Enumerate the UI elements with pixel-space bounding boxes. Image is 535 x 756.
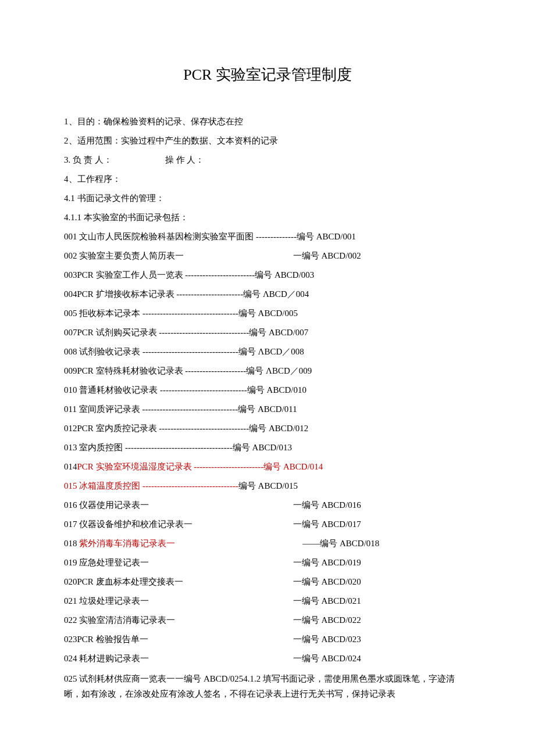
item-001: 001 文山市人民医院检验科基因检测实验室平面图 --------------编… [64, 227, 471, 246]
item-008: 008 试剂验收记录表 ----------------------------… [64, 342, 471, 361]
item-018: 018 紫外消毒车消毒记录表一——编号 ABCD/018 [64, 534, 471, 553]
item-018-text: 紫外消毒车消毒记录表一 [79, 534, 302, 553]
item-015-text: 015 冰箱温度质控图 ----------------------------… [64, 481, 238, 490]
item-017-code: 一编号 ABCD/017 [293, 519, 361, 529]
item-024-label: 024 耗材进购记录表一 [64, 649, 291, 668]
item-004: 004PCR 扩增接收标本记录表 -----------------------… [64, 285, 471, 304]
item-019-code: 一编号 ABCD/019 [293, 558, 361, 567]
item-011: 011 室间质评记录表 ----------------------------… [64, 400, 471, 419]
item-020-label: 020PCR 废血标本处理交接表一 [64, 572, 291, 592]
item-024: 024 耗材进购记录表一 一编号 ABCD/024 [64, 649, 471, 668]
item-020: 020PCR 废血标本处理交接表一 一编号 ABCD/020 [64, 572, 471, 592]
operator-label: 操 作 人： [165, 155, 205, 164]
item-002: 002 实验室主要负责人简历表一 一编号 ABCD/002 [64, 246, 471, 266]
section-1: 1、目的：确保检验资料的记录、保存状态在控 [64, 112, 471, 131]
item-019-label: 019 应急处理登记表一 [64, 553, 291, 572]
item-023-label: 023PCR 检验报告单一 [64, 630, 291, 649]
item-017-label: 017 仪器设备维护和校准记录表一 [64, 515, 291, 534]
item-012: 012PCR 室内质控记录表 -------------------------… [64, 419, 471, 438]
item-003: 003PCR 实验室工作人员一览表 ----------------------… [64, 266, 471, 285]
item-017: 017 仪器设备维护和校准记录表一 一编号 ABCD/017 [64, 515, 471, 534]
page-title: PCR 实验室记录管理制度 [64, 58, 471, 91]
item-014-num: 014 [64, 462, 77, 471]
item-021-code: 一编号 ABCD/021 [293, 596, 361, 605]
item-019: 019 应急处理登记表一 一编号 ABCD/019 [64, 553, 471, 572]
item-014: 014PCR 实验室环境温湿度记录表 ---------------------… [64, 457, 471, 476]
responsible-label: 3. 负 责 人： [64, 151, 163, 170]
item-022-code: 一编号 ABCD/022 [293, 615, 361, 625]
section-3: 3. 负 责 人： 操 作 人： [64, 151, 471, 170]
item-009: 009PCR 室特殊耗材验收记录表 ---------------------编… [64, 361, 471, 381]
item-010: 010 普通耗材验收记录表 --------------------------… [64, 381, 471, 400]
section-4: 4、工作程序： [64, 170, 471, 189]
item-002-code: 一编号 ABCD/002 [293, 251, 361, 260]
section-4-1-1: 4.1.1 本实验室的书面记录包括： [64, 208, 471, 227]
item-016: 016 仪器使用记录表一 一编号 ABCD/016 [64, 496, 471, 515]
item-021-label: 021 垃圾处理记录表一 [64, 592, 291, 611]
item-016-code: 一编号 ABCD/016 [293, 500, 361, 510]
item-014-text: PCR 实验室环境温湿度记录表 ------------------------… [77, 462, 323, 471]
item-020-code: 一编号 ABCD/020 [293, 577, 361, 586]
item-024-code: 一编号 ABCD/024 [293, 654, 361, 663]
item-015-code: 编号 ABCD/015 [238, 481, 298, 490]
item-007: 007PCR 试剂购买记录表 -------------------------… [64, 323, 471, 342]
section-4-1: 4.1 书面记录文件的管理： [64, 189, 471, 208]
item-018-num: 018 [64, 539, 79, 548]
item-023-code: 一编号 ABCD/023 [293, 635, 361, 644]
item-022-label: 022 实验室清洁消毒记录表一 [64, 611, 291, 630]
item-013: 013 室内质控图 ------------------------------… [64, 438, 471, 457]
item-018-code: ——编号 ABCD/018 [302, 539, 379, 548]
item-023: 023PCR 检验报告单一 一编号 ABCD/023 [64, 630, 471, 649]
item-015: 015 冰箱温度质控图 ----------------------------… [64, 476, 471, 496]
item-021: 021 垃圾处理记录表一 一编号 ABCD/021 [64, 592, 471, 611]
section-2: 2、适用范围：实验过程中产生的数据、文本资料的记录 [64, 131, 471, 151]
item-022: 022 实验室清洁消毒记录表一 一编号 ABCD/022 [64, 611, 471, 630]
item-025-paragraph: 025 试剂耗材供应商一览表一一编号 ABCD/0254.1.2 填写书面记录，… [64, 672, 471, 701]
item-016-label: 016 仪器使用记录表一 [64, 496, 291, 515]
item-005: 005 拒收标本记录本 ----------------------------… [64, 304, 471, 323]
item-002-label: 002 实验室主要负责人简历表一 [64, 246, 291, 266]
